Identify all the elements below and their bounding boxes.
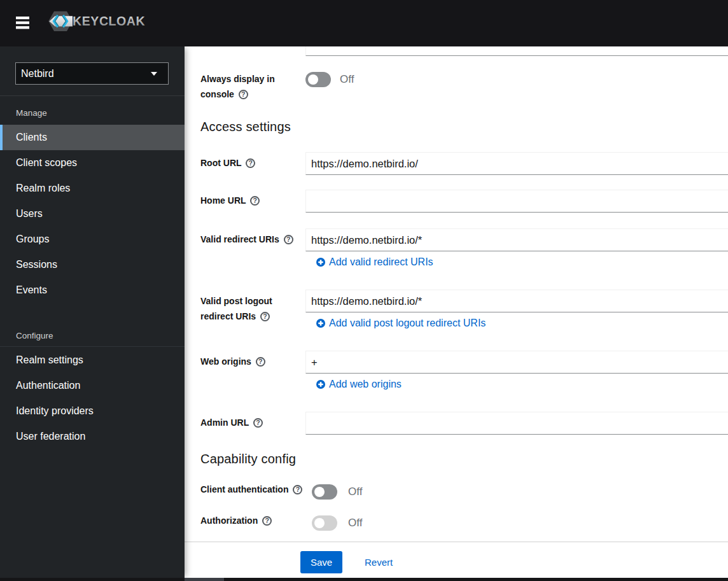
- svg-text:KEYCLOAK: KEYCLOAK: [73, 14, 145, 28]
